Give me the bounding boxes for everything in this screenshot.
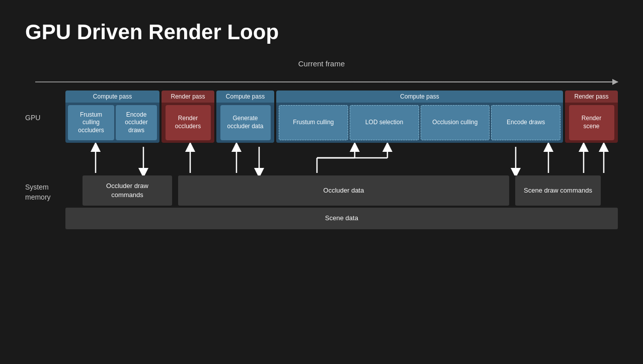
diagram-area: Current frame GPU Compute pass Frustum c… [25,59,618,229]
render-occluders-block: Render occluders [166,105,211,140]
gpu-label: GPU [25,90,65,123]
occlusion-culling-block: Occlusion culling [421,105,490,140]
compute-pass-3: Compute pass Frustum culling LOD selecti… [276,90,563,143]
frustum-culling-block: Frustum culling [279,105,348,140]
scene-data-box: Scene data [65,208,618,229]
render-pass-1: Render pass Render occluders [162,90,214,143]
render-pass-2-header: Render pass [565,90,618,103]
arrows-svg [65,143,618,175]
occluder-draw-commands-box: Occluder draw commands [83,175,172,206]
encode-occluder-draws-block: Encode occluder draws [116,105,157,140]
system-memory-label: Systemmemory [25,175,65,202]
arrows-section [65,143,618,175]
page: GPU Driven Render Loop Current frame GPU… [0,0,643,364]
scene-draw-commands-box: Scene draw commands [515,175,601,206]
render-scene-block: Render scene [569,105,614,140]
render-pass-2: Render pass Render scene [565,90,618,143]
compute-pass-2-header: Compute pass [216,90,274,103]
render-pass-1-header: Render pass [162,90,214,103]
compute-pass-2: Compute pass Generate occluder data [216,90,274,143]
page-title: GPU Driven Render Loop [25,20,618,44]
occluder-data-box: Occluder data [178,175,509,206]
current-frame-label: Current frame [298,59,345,68]
generate-occluder-data-block: Generate occluder data [220,105,271,140]
lod-selection-block: LOD selection [350,105,419,140]
encode-draws-block: Encode draws [491,105,560,140]
compute-pass-1-header: Compute pass [65,90,159,103]
compute-pass-1: Compute pass Frustum culling occluders E… [65,90,159,143]
compute-pass-3-header: Compute pass [276,90,563,103]
timeline-arrow [25,77,618,85]
frustum-culling-occluders-block: Frustum culling occluders [68,105,114,140]
